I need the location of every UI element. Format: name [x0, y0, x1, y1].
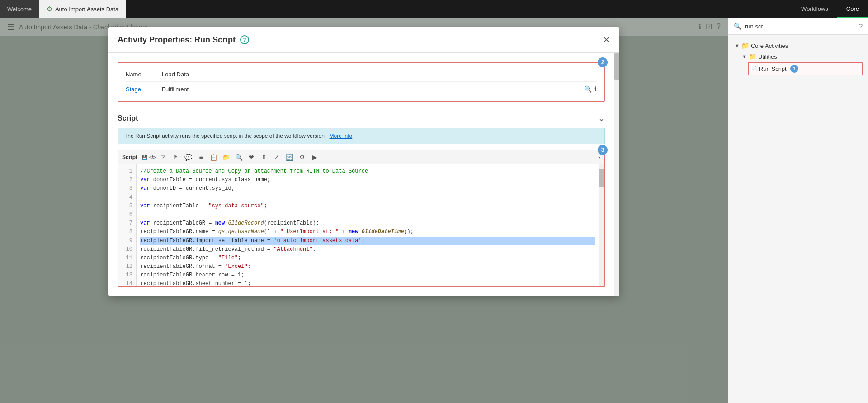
tab-welcome-label: Welcome: [7, 6, 32, 13]
code-editor-content[interactable]: //Create a Data Source and Copy an attac…: [137, 164, 599, 286]
tree-run-script[interactable]: 📄 Run Script 1: [748, 62, 863, 75]
tree-arrow-icon: ▼: [735, 43, 740, 48]
form-section: 2 Name Stage 🔍: [118, 62, 605, 102]
code-line-12: recipientTableGR.format = "Excel";: [140, 262, 595, 271]
dialog-body: 2 Name Stage 🔍: [108, 53, 619, 296]
dialog-close-btn[interactable]: ✕: [603, 34, 610, 45]
code-line-1: //Create a Data Source and Copy an attac…: [140, 167, 595, 176]
right-panel-search: 🔍 ?: [728, 18, 868, 35]
editor-search-btn[interactable]: 🔍: [233, 152, 244, 162]
tree-utilities[interactable]: ▼ 📁 Utilities: [741, 51, 863, 62]
search-icon: 🔍: [734, 23, 741, 30]
search-input[interactable]: [745, 23, 855, 30]
code-line-2: var donorTable = current.sys_class_name;: [140, 176, 595, 184]
form-name-row: Name: [126, 67, 597, 82]
code-line-10: recipientTableGR.file_retrieval_method =…: [140, 245, 595, 254]
editor-code-icon: </>: [149, 155, 156, 160]
code-scrollbar-thumb: [599, 169, 604, 187]
code-line-11: recipientTableGR.type = "File";: [140, 254, 595, 262]
editor-comment-btn[interactable]: 💬: [183, 152, 193, 162]
script-section-title: Script: [118, 114, 598, 122]
right-help-btn[interactable]: ?: [859, 23, 863, 30]
editor-copy-btn[interactable]: 📋: [208, 152, 219, 162]
editor-help-btn[interactable]: ?: [157, 152, 168, 162]
folder-icon: 📁: [741, 42, 749, 49]
form-stage-row: Stage 🔍 ℹ: [126, 82, 597, 96]
right-tabs: Workflows Core: [792, 0, 868, 18]
more-info-link[interactable]: More Info: [330, 133, 353, 139]
tab-core[interactable]: Core: [837, 0, 868, 18]
tree-indent-utilities: ▼ 📁 Utilities 📄 Run Script 1: [734, 51, 863, 75]
search-icon[interactable]: 🔍: [584, 85, 592, 93]
utilities-arrow-icon: ▼: [742, 54, 747, 59]
code-line-5: var recipientTable = "sys_data_source";: [140, 202, 595, 211]
editor-expand-btn[interactable]: ⤢: [271, 152, 282, 162]
tab-icon: ⚙: [47, 5, 52, 13]
badge-2: 2: [598, 57, 608, 67]
stage-input[interactable]: [162, 86, 580, 93]
core-activities-label: Core Activities: [751, 42, 788, 49]
code-line-9: recipientTableGR.import_set_table_name =…: [140, 237, 595, 245]
code-line-7: var recipientTableGR = new GlideRecord(r…: [140, 219, 595, 228]
dialog-title: Activity Properties: Run Script: [118, 35, 236, 45]
editor-toolbar: Script 💾 </> ? 🖱 💬 ≡ 📋 📁 🔍: [118, 150, 604, 164]
editor-cursor-btn[interactable]: 🖱: [170, 152, 181, 162]
dialog-overlay: Activity Properties: Run Script ? ✕ 2 Na…: [0, 18, 728, 403]
script-header[interactable]: Script ⌄: [118, 109, 605, 128]
code-line-6: [140, 211, 595, 219]
run-script-icon: 📄: [750, 66, 757, 72]
badge-1: 1: [790, 65, 798, 73]
code-line-3: var donorID = current.sys_id;: [140, 184, 595, 193]
utilities-folder-icon: 📁: [749, 53, 756, 60]
tree-core-activities[interactable]: ▼ 📁 Core Activities: [734, 40, 863, 51]
code-area[interactable]: 1234 5678 9101112 13141516 //Create a Da…: [118, 164, 604, 286]
dialog-header: Activity Properties: Run Script ? ✕: [108, 27, 619, 53]
editor-save-icon: 💾: [142, 155, 147, 160]
code-line-14: recipientTableGR.sheet_number = 1;: [140, 280, 595, 286]
run-script-label: Run Script: [759, 66, 787, 72]
main-layout: ☰ Auto Import Assets Data - Checked out …: [0, 18, 868, 403]
code-editor-wrapper: 3 Script 💾 </> ? 🖱 💬 ≡: [118, 150, 605, 287]
tab-welcome[interactable]: Welcome: [0, 0, 39, 18]
dialog-scrollbar[interactable]: [614, 53, 619, 296]
tab-auto-import[interactable]: ⚙ Auto Import Assets Data: [39, 0, 126, 18]
code-scrollbar[interactable]: [599, 164, 604, 286]
code-line-4: [140, 193, 595, 202]
dialog-scrollbar-thumb: [614, 53, 619, 80]
stage-label-link[interactable]: Stage: [126, 86, 162, 93]
line-numbers: 1234 5678 9101112 13141516: [118, 164, 137, 286]
tree-indent-runscript: 📄 Run Script 1: [741, 62, 863, 75]
editor-refresh-btn[interactable]: 🔄: [284, 152, 295, 162]
badge-3: 3: [598, 145, 608, 155]
stage-icons: 🔍 ℹ: [584, 85, 597, 93]
content-area: ☰ Auto Import Assets Data - Checked out …: [0, 18, 728, 403]
right-panel: 🔍 ? ▼ 📁 Core Activities ▼ 📁 Utilities: [728, 18, 868, 403]
editor-label: Script: [122, 154, 137, 160]
info-circle-icon[interactable]: ℹ: [594, 85, 597, 93]
editor-list-btn[interactable]: ≡: [195, 152, 206, 162]
script-section: Script ⌄ The Run Script activity runs th…: [118, 109, 605, 287]
info-banner: The Run Script activity runs the specifi…: [118, 128, 605, 144]
tab-active-label: Auto Import Assets Data: [55, 6, 118, 13]
tab-workflows[interactable]: Workflows: [792, 0, 837, 18]
dialog: Activity Properties: Run Script ? ✕ 2 Na…: [108, 27, 619, 296]
editor-settings-btn[interactable]: ⚙: [297, 152, 307, 162]
editor-heart-btn[interactable]: ❤: [246, 152, 257, 162]
editor-folder-btn[interactable]: 📁: [221, 152, 231, 162]
editor-up-btn[interactable]: ⬆: [259, 152, 269, 162]
top-bar: Welcome ⚙ Auto Import Assets Data Workfl…: [0, 0, 868, 18]
utilities-label: Utilities: [758, 53, 777, 60]
editor-run-btn[interactable]: ▶: [309, 152, 320, 162]
code-line-8: recipientTableGR.name = gs.getUserName()…: [140, 228, 595, 236]
code-line-13: recipientTableGR.header_row = 1;: [140, 271, 595, 280]
chevron-down-icon: ⌄: [598, 113, 605, 123]
dialog-main: 2 Name Stage 🔍: [108, 53, 614, 296]
name-input[interactable]: [162, 71, 597, 78]
name-label: Name: [126, 71, 162, 78]
dialog-help-btn[interactable]: ?: [240, 35, 249, 44]
right-panel-body: ▼ 📁 Core Activities ▼ 📁 Utilities 📄 Run …: [728, 35, 868, 403]
